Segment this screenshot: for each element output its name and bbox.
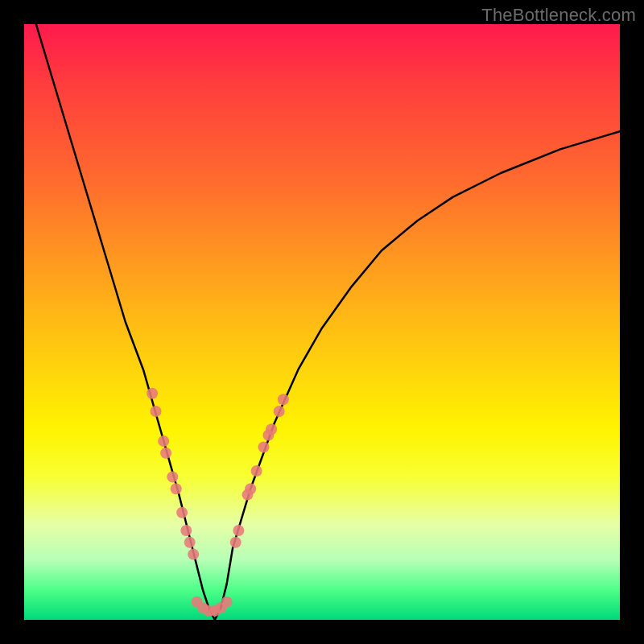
svg-point-24 [274,406,285,417]
svg-point-19 [245,483,256,494]
svg-point-2 [158,436,169,447]
svg-point-20 [251,465,262,477]
svg-point-21 [258,441,270,452]
svg-point-6 [176,507,188,518]
plot-area [24,24,620,620]
svg-point-3 [160,448,171,459]
svg-point-15 [221,597,233,608]
curve-svg [24,24,620,620]
svg-point-9 [188,549,199,560]
svg-point-1 [151,406,162,417]
svg-point-5 [171,483,182,494]
svg-point-0 [147,388,158,399]
svg-point-17 [233,525,244,536]
svg-point-7 [180,525,192,536]
svg-point-4 [167,471,178,482]
svg-point-16 [230,537,242,548]
svg-point-23 [266,423,277,435]
bottleneck-curve [36,24,620,620]
svg-point-8 [184,537,196,548]
svg-point-25 [278,394,289,405]
watermark-text: TheBottleneck.com [481,5,636,26]
scatter-markers [147,388,289,617]
chart-frame: TheBottleneck.com [0,0,644,644]
